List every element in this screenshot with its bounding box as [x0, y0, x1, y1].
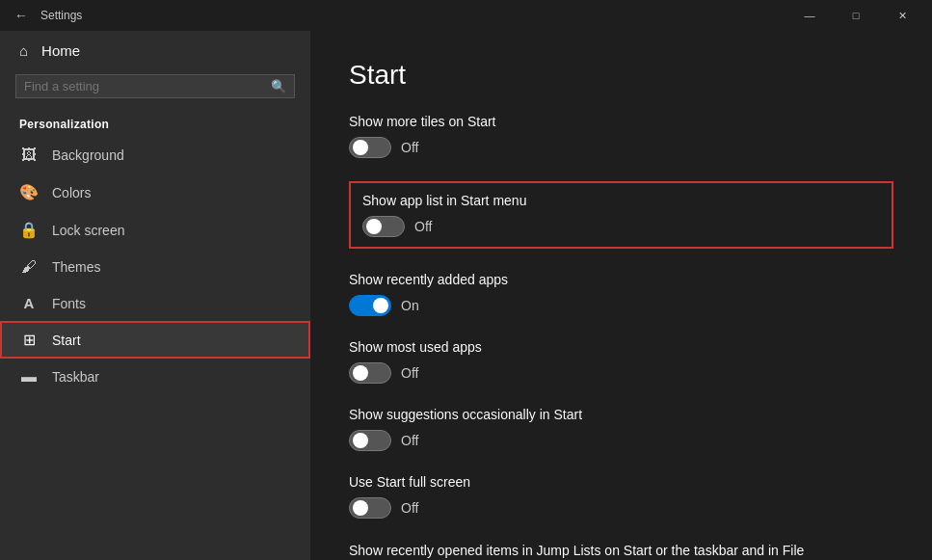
toggle-thumb: [353, 500, 368, 516]
setting-label: Show suggestions occasionally in Start: [349, 407, 893, 422]
sidebar-item-start[interactable]: ⊞ Start: [0, 321, 310, 359]
setting-show-more-tiles: Show more tiles on Start Off: [349, 114, 893, 158]
toggle-thumb: [366, 219, 382, 234]
fonts-icon: A: [19, 295, 39, 311]
setting-label: Show more tiles on Start: [349, 114, 893, 129]
setting-label: Show recently opened items in Jump Lists…: [349, 542, 812, 560]
sidebar-item-lock-screen[interactable]: 🔒 Lock screen: [0, 211, 310, 249]
toggle-state-label: Off: [401, 433, 418, 448]
home-icon: ⌂: [19, 42, 28, 59]
setting-show-recently-added: Show recently added apps On: [349, 272, 893, 316]
sidebar-section-label: Personalization: [0, 110, 310, 137]
toggle-thumb: [373, 298, 388, 313]
titlebar: ← Settings — □ ✕: [0, 0, 932, 31]
sidebar-item-fonts[interactable]: A Fonts: [0, 285, 310, 321]
toggle-show-most-used[interactable]: [349, 362, 391, 384]
back-button[interactable]: ←: [8, 2, 35, 29]
setting-label: Show most used apps: [349, 339, 893, 355]
toggle-thumb: [353, 365, 368, 381]
sidebar-item-label: Start: [52, 333, 81, 348]
toggle-full-screen[interactable]: [349, 497, 391, 519]
start-icon: ⊞: [19, 331, 39, 349]
taskbar-icon: ▬: [19, 368, 39, 386]
search-box[interactable]: 🔍: [15, 74, 295, 98]
sidebar-home-label: Home: [41, 42, 80, 59]
toggle-show-recently-added[interactable]: [349, 295, 391, 316]
sidebar-item-label: Lock screen: [52, 223, 124, 238]
search-input[interactable]: [24, 79, 271, 93]
toggle-thumb: [353, 433, 368, 448]
titlebar-title: Settings: [40, 9, 787, 22]
toggle-show-suggestions[interactable]: [349, 430, 391, 451]
background-icon: 🖼: [19, 147, 39, 164]
search-icon[interactable]: 🔍: [271, 79, 286, 93]
minimize-button[interactable]: —: [787, 0, 832, 31]
toggle-show-more-tiles[interactable]: [349, 137, 391, 158]
toggle-state-label: On: [401, 298, 419, 313]
sidebar-item-background[interactable]: 🖼 Background: [0, 137, 310, 173]
window-controls: — □ ✕: [787, 0, 924, 31]
setting-label: Show app list in Start menu: [362, 193, 880, 208]
sidebar-item-colors[interactable]: 🎨 Colors: [0, 173, 310, 211]
toggle-state-label: Off: [401, 140, 418, 155]
toggle-show-app-list[interactable]: [362, 216, 405, 237]
toggle-state-label: Off: [414, 219, 432, 234]
sidebar-item-themes[interactable]: 🖌 Themes: [0, 249, 310, 285]
colors-icon: 🎨: [19, 183, 39, 201]
sidebar-item-label: Fonts: [52, 296, 86, 311]
setting-show-suggestions: Show suggestions occasionally in Start O…: [349, 407, 893, 451]
sidebar-item-label: Themes: [52, 259, 101, 275]
close-button[interactable]: ✕: [880, 0, 924, 31]
setting-label: Show recently added apps: [349, 272, 893, 287]
sidebar-item-label: Colors: [52, 185, 91, 200]
setting-show-app-list: Show app list in Start menu Off: [349, 181, 893, 249]
setting-show-most-used: Show most used apps Off: [349, 339, 893, 384]
setting-show-recently-opened: Show recently opened items in Jump Lists…: [349, 542, 893, 560]
page-title: Start: [349, 60, 893, 91]
toggle-state-label: Off: [401, 500, 418, 516]
setting-full-screen: Use Start full screen Off: [349, 474, 893, 519]
toggle-thumb: [353, 140, 368, 155]
sidebar-item-taskbar[interactable]: ▬ Taskbar: [0, 359, 310, 395]
maximize-button[interactable]: □: [834, 0, 878, 31]
sidebar-item-label: Taskbar: [52, 369, 99, 385]
content-area: Start Show more tiles on Start Off Show …: [310, 31, 932, 560]
setting-label: Use Start full screen: [349, 474, 893, 490]
sidebar-item-home[interactable]: ⌂ Home: [0, 31, 310, 70]
sidebar-item-label: Background: [52, 147, 124, 163]
lock-icon: 🔒: [19, 221, 39, 239]
themes-icon: 🖌: [19, 258, 39, 276]
toggle-state-label: Off: [401, 365, 418, 381]
app-body: ⌂ Home 🔍 Personalization 🖼 Background 🎨 …: [0, 31, 932, 560]
sidebar: ⌂ Home 🔍 Personalization 🖼 Background 🎨 …: [0, 31, 310, 560]
